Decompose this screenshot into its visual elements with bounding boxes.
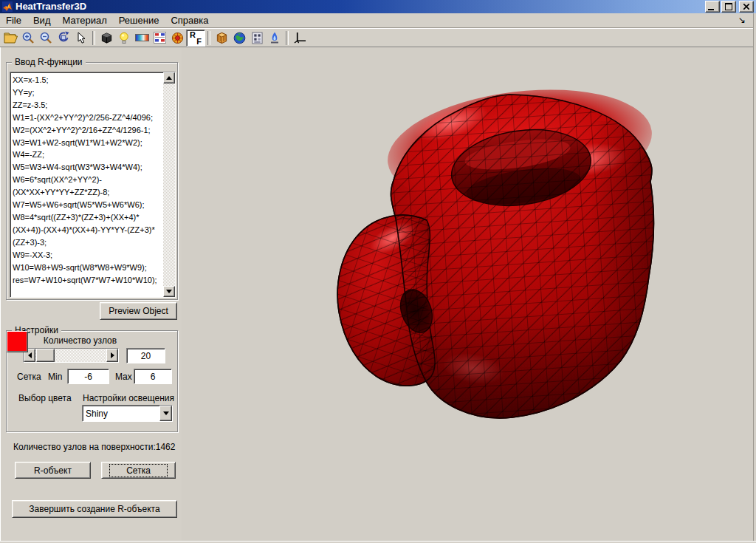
zoom-in-button[interactable]	[19, 30, 37, 47]
light-bulb-icon	[119, 32, 129, 44]
close-button[interactable]	[739, 1, 754, 13]
title-bar[interactable]: HeatTransfer3D	[0, 0, 756, 13]
textured-cube-icon	[216, 32, 228, 44]
maximize-button[interactable]	[721, 1, 736, 13]
menu-view[interactable]: Вид	[27, 14, 57, 27]
arrow-down-icon	[166, 290, 172, 293]
open-folder-icon	[4, 32, 18, 44]
rotate-3d-icon	[57, 31, 70, 44]
colorbar-button[interactable]	[133, 30, 151, 47]
axes-icon	[294, 32, 306, 44]
scroll-up-button[interactable]	[163, 72, 175, 83]
dropdown-button[interactable]	[159, 406, 172, 421]
menu-bar: File Вид Материал Решение Справка ↘	[0, 13, 756, 28]
grid-button-label: Сетка	[109, 464, 168, 477]
maximize-icon	[725, 3, 732, 10]
colormap-icon	[154, 32, 166, 44]
finish-robject-button[interactable]: Завершить создание R-объекта	[12, 500, 177, 518]
minimize-icon	[708, 9, 714, 10]
preview-object-button[interactable]: Preview Object	[100, 302, 177, 320]
r-function-icon: R	[190, 30, 196, 39]
rotate-3d-button[interactable]	[55, 30, 72, 47]
slider-right-button[interactable]	[106, 349, 118, 362]
color-swatch-button[interactable]	[7, 331, 28, 352]
zoom-out-icon	[39, 31, 52, 44]
flame-icon	[269, 32, 280, 44]
chevron-down-icon	[163, 411, 169, 415]
max-label: Max	[115, 372, 132, 382]
matlab-logo-icon	[2, 1, 13, 12]
settings-groupbox: Настройки Количество узлов Сетка Min Max…	[6, 330, 178, 432]
min-label: Min	[48, 372, 62, 382]
axes-button[interactable]	[291, 30, 309, 47]
cursor-icon	[75, 32, 87, 44]
heattransfer3d-window: { "window": { "title": "HeatTransfer3D",…	[0, 0, 756, 543]
dock-figure-icon[interactable]: ↘	[738, 15, 746, 25]
rfunction-group-title: Ввод R-функции	[12, 57, 86, 67]
surface-nodes-status: Количество узлов на поверхности:1462	[13, 442, 175, 452]
toolbar-separator	[207, 31, 210, 45]
viewport-3d[interactable]	[182, 47, 756, 543]
lighting-dropdown[interactable]: Shiny	[82, 405, 173, 422]
robject-button[interactable]: R-объект	[15, 462, 91, 479]
menu-file[interactable]: File	[0, 14, 27, 27]
textured-cube-button[interactable]	[213, 30, 230, 47]
zoom-in-icon	[21, 31, 35, 44]
colorbar-icon	[135, 33, 149, 43]
lighting-label: Настройки освещения	[83, 393, 174, 403]
menu-solution[interactable]: Решение	[113, 14, 165, 27]
arrow-right-icon	[111, 352, 114, 358]
matrix-icon	[252, 32, 263, 44]
rfunction-code-area[interactable]: XX=x-1.5; YY=y; ZZ=z-3.5; W1=1-(XX^2+YY^…	[10, 72, 176, 298]
lighting-selected-value: Shiny	[83, 409, 159, 419]
slider-track[interactable]	[35, 349, 106, 362]
control-panel: Ввод R-функции XX=x-1.5; YY=y; ZZ=z-3.5;…	[0, 47, 182, 543]
slider-thumb[interactable]	[36, 349, 55, 362]
arrow-left-icon	[28, 352, 32, 358]
colormap-button[interactable]	[151, 30, 168, 47]
color-wheel-button[interactable]	[168, 30, 186, 47]
flame-button[interactable]	[266, 30, 284, 47]
arrow-up-icon	[166, 76, 172, 80]
matrix-button[interactable]	[248, 30, 266, 47]
code-scrollbar[interactable]	[163, 72, 175, 297]
mug-3d-render	[182, 47, 756, 543]
rfunction-code-text[interactable]: XX=x-1.5; YY=y; ZZ=z-3.5; W1=1-(XX^2+YY^…	[10, 72, 163, 297]
toolbar-separator	[286, 31, 289, 45]
nodes-count-input[interactable]	[126, 348, 165, 363]
cube-button[interactable]	[97, 30, 115, 47]
zoom-out-button[interactable]	[37, 30, 55, 47]
nodes-count-label: Количество узлов	[30, 335, 130, 346]
globe-icon	[233, 32, 246, 44]
open-file-button[interactable]	[1, 30, 19, 47]
grid-label: Сетка	[17, 372, 41, 382]
color-picker-label: Выбор цвета	[18, 393, 72, 403]
toolbar-separator	[92, 31, 95, 45]
grid-max-input[interactable]	[134, 369, 172, 384]
globe-button[interactable]	[230, 30, 248, 47]
grid-min-input[interactable]	[67, 369, 109, 384]
window-title: HeatTransfer3D	[16, 0, 86, 13]
r-function-button[interactable]: R F	[186, 30, 205, 47]
menu-material[interactable]: Материал	[56, 14, 112, 27]
light-button[interactable]	[115, 30, 133, 47]
scroll-down-button[interactable]	[163, 286, 175, 297]
grid-button[interactable]: Сетка	[101, 462, 176, 479]
color-wheel-icon	[171, 32, 184, 44]
pointer-button[interactable]	[72, 30, 90, 47]
close-icon	[743, 4, 749, 10]
menu-help[interactable]: Справка	[165, 14, 214, 27]
toolbar: R F	[0, 29, 756, 47]
window-border-right	[753, 13, 756, 543]
minimize-button[interactable]	[705, 1, 720, 13]
cube-icon	[100, 32, 113, 44]
nodes-count-slider[interactable]	[23, 348, 119, 363]
